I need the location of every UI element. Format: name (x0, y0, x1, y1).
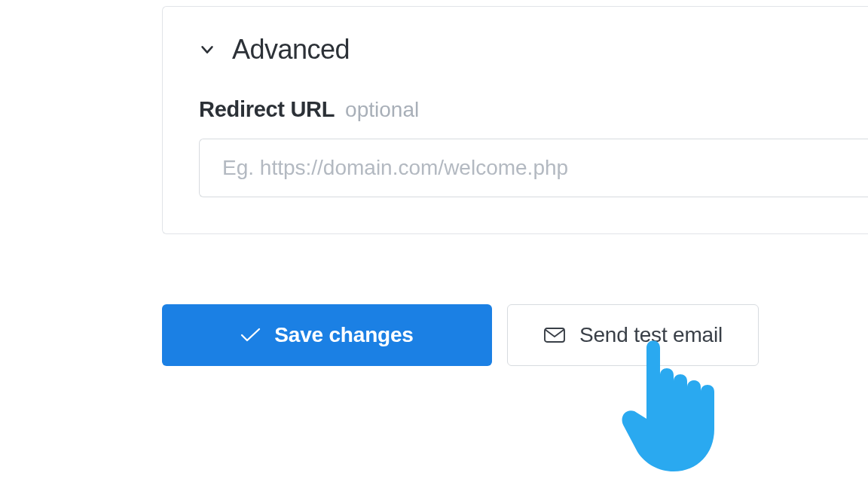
envelope-icon (543, 326, 566, 344)
redirect-url-label-row: Redirect URL optional (199, 97, 868, 122)
redirect-url-optional-tag: optional (345, 98, 419, 122)
svg-rect-0 (545, 328, 564, 342)
checkmark-icon (240, 328, 261, 343)
save-changes-button[interactable]: Save changes (162, 304, 492, 366)
section-title: Advanced (232, 34, 350, 66)
send-test-button-label: Send test email (579, 323, 723, 347)
send-test-email-button[interactable]: Send test email (507, 304, 759, 366)
chevron-down-icon (199, 41, 215, 58)
advanced-panel: Advanced Redirect URL optional (162, 6, 868, 234)
action-button-row: Save changes Send test email (162, 304, 759, 366)
redirect-url-input[interactable] (199, 139, 868, 197)
advanced-section-toggle[interactable]: Advanced (199, 34, 868, 66)
save-button-label: Save changes (274, 323, 413, 347)
redirect-url-label: Redirect URL (199, 97, 335, 122)
